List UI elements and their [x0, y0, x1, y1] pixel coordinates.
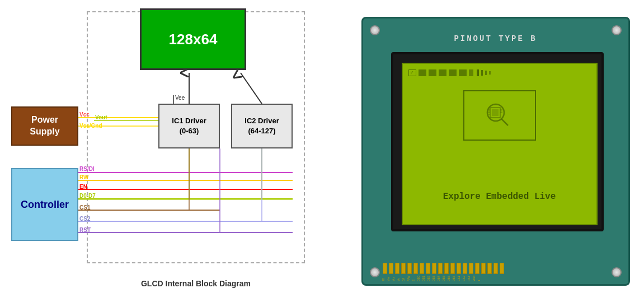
- svg-rect-38: [492, 109, 499, 116]
- block-diagram-panel: 128x64 PowerSupply Controller IC1 Driver…: [0, 0, 347, 302]
- lcd-display-label: 128x64: [169, 31, 218, 48]
- power-supply-box: PowerSupply: [11, 106, 78, 146]
- pin-labels: 20 Vss Vcc Vo D/I R/W E DB0 DB1 DB2 DB3 …: [382, 275, 481, 281]
- pinout-panel: PINOUT TYPE B ✓: [347, 0, 644, 302]
- power-supply-label: PowerSupply: [30, 114, 59, 138]
- controller-label: Controller: [21, 199, 69, 211]
- lcd-content: ✓: [408, 69, 591, 219]
- svg-text:EN: EN: [79, 184, 87, 190]
- pin-1: [383, 263, 387, 274]
- pcb-board: PINOUT TYPE B ✓: [361, 17, 630, 286]
- corner-screw-bl: [370, 267, 380, 277]
- diagram-caption: GLCD Internal Block Diagram: [87, 279, 305, 288]
- pin-4: [401, 263, 406, 274]
- pcb-container: PINOUT TYPE B ✓: [356, 11, 636, 291]
- lcd-screen-area: ✓: [391, 52, 604, 231]
- pin-3: [395, 263, 399, 274]
- pcb-title: PINOUT TYPE B: [454, 34, 537, 43]
- pin-19: [493, 263, 498, 274]
- pin-16: [475, 263, 480, 274]
- ic1-driver-box: IC1 Driver(0-63): [158, 104, 220, 148]
- ic2-driver-label: IC2 Driver(64-127): [245, 116, 279, 136]
- pin-row: [383, 263, 504, 274]
- pin-6: [413, 263, 418, 274]
- ic2-driver-box: IC2 Driver(64-127): [231, 104, 293, 148]
- corner-screw-tr: [612, 25, 622, 35]
- pin-17: [481, 263, 486, 274]
- pin-9: [432, 263, 436, 274]
- ic1-driver-label: IC1 Driver(0-63): [172, 116, 206, 136]
- lcd-display-box: 128x64: [140, 8, 246, 70]
- pin-15: [469, 263, 473, 274]
- corner-screw-br: [612, 267, 622, 277]
- pin-12: [450, 263, 455, 274]
- pin-14: [463, 263, 467, 274]
- pin-8: [426, 263, 430, 274]
- pin-7: [420, 263, 424, 274]
- pin-11: [444, 263, 449, 274]
- lcd-green-screen: ✓: [402, 63, 598, 225]
- controller-box: Controller: [11, 168, 78, 241]
- svg-line-36: [501, 119, 508, 126]
- pin-10: [438, 263, 443, 274]
- pin-2: [389, 263, 393, 274]
- pin-5: [407, 263, 412, 274]
- pin-20: [500, 263, 504, 274]
- lcd-screen-text: Explore Embedded Live: [408, 192, 591, 202]
- corner-screw-tl: [370, 25, 380, 35]
- pin-13: [457, 263, 461, 274]
- pin-18: [487, 263, 492, 274]
